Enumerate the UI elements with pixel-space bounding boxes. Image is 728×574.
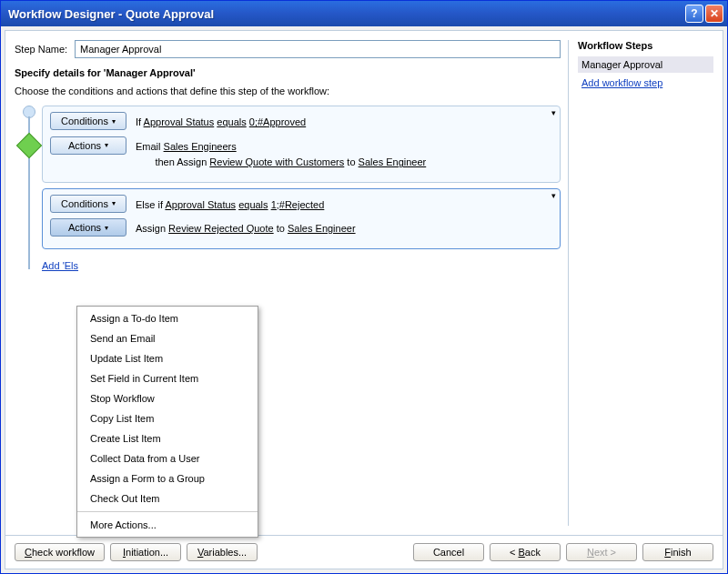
- menu-item-copy-list-item[interactable]: Copy List Item: [77, 408, 258, 428]
- sidebar-heading: Workflow Steps: [578, 40, 713, 51]
- actions-dropdown-menu: Assign a To-do Item Send an Email Update…: [76, 306, 258, 538]
- section-title: Specify details for 'Manager Approval': [15, 67, 561, 78]
- conditions-button[interactable]: Conditions▾: [50, 112, 126, 130]
- branch-line-icon: [28, 116, 30, 269]
- branch-start-icon: [23, 106, 35, 118]
- menu-item-more-actions[interactable]: More Actions...: [77, 515, 258, 535]
- branch-graphic: [16, 106, 40, 269]
- branch-elseif: ▾ Conditions▾ Else if Approval Status eq…: [42, 188, 561, 249]
- workflow-designer-window: Workflow Designer - Quote Approval ? ✕ S…: [0, 0, 728, 574]
- step-name-row: Step Name:: [15, 40, 561, 58]
- value-link[interactable]: 0;#Approved: [249, 116, 306, 127]
- value-link[interactable]: 1;#Rejected: [271, 199, 325, 210]
- instruction-text: Choose the conditions and actions that d…: [15, 86, 561, 96]
- add-workflow-step-link[interactable]: Add workflow step: [581, 77, 662, 88]
- step-name-label: Step Name:: [15, 44, 67, 55]
- field-link[interactable]: Approval Status: [144, 116, 215, 127]
- assignee-link[interactable]: Sales Engineer: [288, 223, 356, 234]
- cancel-button[interactable]: Cancel: [413, 543, 484, 561]
- task-link[interactable]: Review Quote with Customers: [209, 156, 344, 167]
- actions-button[interactable]: Actions▾: [50, 136, 126, 155]
- next-button: Next >: [566, 543, 637, 561]
- initiation-button[interactable]: Initiation...: [110, 543, 181, 561]
- conditions-button[interactable]: Conditions▾: [50, 195, 126, 213]
- email-target-link[interactable]: Sales Engineers: [164, 141, 237, 152]
- assignee-link[interactable]: Sales Engineer: [359, 156, 427, 167]
- conditions-row: Conditions▾ Else if Approval Status equa…: [50, 195, 552, 214]
- help-button[interactable]: ?: [685, 5, 703, 23]
- actions-row: Actions▾ Email Sales Engineers then Assi…: [50, 136, 552, 171]
- caret-down-icon: ▾: [112, 117, 116, 126]
- workflow-steps-panel: Workflow Steps Manager Approval Add work…: [568, 40, 713, 526]
- caret-down-icon: ▾: [105, 141, 108, 149]
- variables-button[interactable]: Variables...: [187, 543, 258, 561]
- menu-item-assign-todo[interactable]: Assign a To-do Item: [77, 308, 258, 328]
- menu-item-update-list-item[interactable]: Update List Item: [77, 348, 258, 368]
- menu-item-check-out[interactable]: Check Out Item: [77, 488, 258, 509]
- branch-diamond-icon: [16, 133, 42, 158]
- task-link[interactable]: Review Rejected Quote: [168, 223, 274, 234]
- action-text: Email Sales Engineers then Assign Review…: [136, 136, 552, 171]
- menu-item-send-email[interactable]: Send an Email: [77, 328, 258, 348]
- actions-row: Actions▾ Assign Review Rejected Quote to…: [50, 218, 552, 237]
- menu-item-create-list-item[interactable]: Create List Item: [77, 428, 258, 448]
- menu-item-collect-data[interactable]: Collect Data from a User: [77, 448, 258, 468]
- caret-down-icon: ▾: [112, 199, 116, 207]
- finish-button[interactable]: Finish: [642, 543, 713, 561]
- condition-text: If Approval Status equals 0;#Approved: [136, 112, 552, 131]
- close-button[interactable]: ✕: [705, 5, 723, 23]
- back-button[interactable]: < Back: [490, 543, 561, 561]
- sidebar-step-item[interactable]: Manager Approval: [578, 56, 713, 73]
- actions-button[interactable]: Actions▾: [50, 218, 126, 237]
- menu-divider: [77, 511, 258, 512]
- check-workflow-button[interactable]: Check workflow: [15, 543, 105, 561]
- menu-item-stop-workflow[interactable]: Stop Workflow: [77, 388, 258, 408]
- field-link[interactable]: Approval Status: [165, 199, 236, 210]
- bottom-bar: Check workflow Initiation... Variables..…: [5, 535, 723, 569]
- conditions-row: Conditions▾ If Approval Status equals 0;…: [50, 112, 552, 131]
- action-text: Assign Review Rejected Quote to Sales En…: [136, 218, 552, 237]
- window-body: Step Name: Specify details for 'Manager …: [5, 30, 723, 569]
- caret-down-icon: ▾: [105, 224, 108, 232]
- op-link[interactable]: equals: [238, 199, 268, 210]
- branch-if: ▾ Conditions▾ If Approval Status equals …: [42, 106, 561, 183]
- menu-item-assign-form[interactable]: Assign a Form to a Group: [77, 468, 258, 488]
- op-link[interactable]: equals: [217, 116, 246, 127]
- condition-text: Else if Approval Status equals 1;#Reject…: [136, 195, 552, 214]
- step-name-input[interactable]: [75, 40, 561, 58]
- titlebar: Workflow Designer - Quote Approval ? ✕: [1, 1, 727, 26]
- add-elseif-link[interactable]: Add 'Els: [42, 260, 78, 271]
- window-title: Workflow Designer - Quote Approval: [8, 7, 683, 21]
- menu-item-set-field[interactable]: Set Field in Current Item: [77, 368, 258, 388]
